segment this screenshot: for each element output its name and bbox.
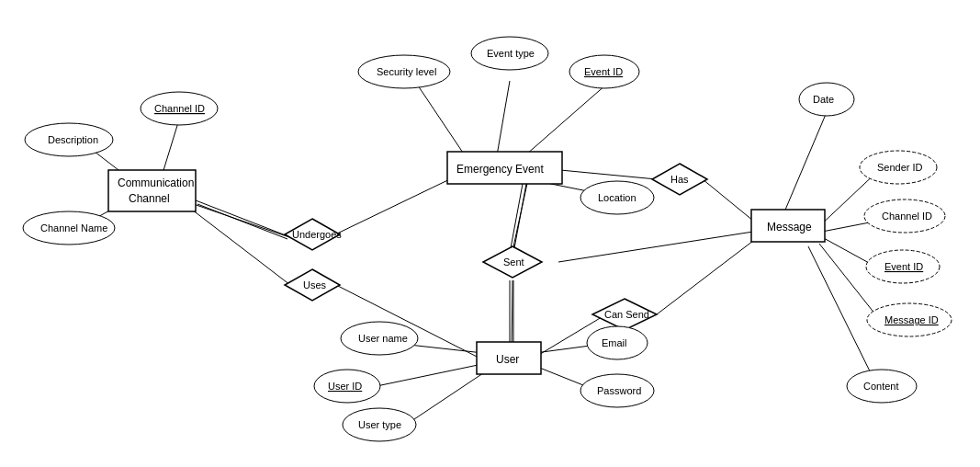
attr-channel-name-label: Channel Name — [40, 222, 107, 234]
attr-description-label: Description — [48, 134, 98, 145]
attr-content-label: Content — [863, 381, 899, 392]
attr-event-id-2-label: Event ID — [884, 261, 923, 272]
attr-message-id-label: Message ID — [884, 314, 939, 325]
svg-line-28 — [657, 241, 753, 314]
attr-security-level-label: Security level — [377, 66, 436, 77]
svg-line-3 — [418, 85, 468, 161]
svg-line-14 — [377, 363, 487, 386]
relationship-has-label: Has — [670, 174, 689, 185]
entity-communication-channel-label2: Channel — [129, 192, 170, 205]
attr-location-label: Location — [598, 192, 636, 203]
svg-line-19 — [335, 175, 459, 234]
attr-user-id-label: User ID — [328, 381, 362, 392]
relationship-can-send-label: Can Send — [604, 309, 649, 320]
relationship-sent-label: Sent — [503, 256, 524, 268]
svg-line-26 — [703, 179, 753, 221]
entity-emergency-event-label: Emergency Event — [456, 163, 544, 176]
attr-event-id-1-label: Event ID — [584, 66, 623, 77]
entity-message-label: Message — [767, 221, 812, 234]
svg-line-15 — [409, 368, 491, 423]
er-diagram: Communication Channel Emergency Event Me… — [0, 0, 980, 467]
attr-email-label: Email — [602, 337, 627, 348]
svg-line-33 — [511, 184, 523, 248]
svg-line-7 — [781, 112, 827, 221]
relationship-uses-label: Uses — [303, 279, 327, 290]
relationship-undergoes-label: Undergoes — [292, 229, 342, 240]
attr-date-label: Date — [813, 94, 834, 105]
svg-line-5 — [519, 85, 606, 161]
svg-line-29 — [196, 200, 286, 235]
svg-line-34 — [514, 184, 526, 248]
entity-communication-channel-label: Communication — [118, 177, 194, 189]
attr-channel-id-1-label: Channel ID — [154, 103, 205, 114]
attr-user-name-label: User name — [358, 333, 408, 344]
svg-line-30 — [197, 204, 287, 239]
svg-line-20 — [188, 207, 290, 285]
entity-user-label: User — [496, 353, 519, 366]
svg-line-25 — [560, 170, 657, 179]
attr-password-label: Password — [597, 385, 641, 396]
attr-channel-id-2-label: Channel ID — [882, 211, 932, 222]
attr-user-type-label: User type — [358, 419, 401, 430]
attr-event-type-label: Event type — [487, 48, 535, 59]
svg-line-11 — [819, 244, 879, 319]
svg-line-24 — [558, 232, 753, 262]
attr-sender-id-label: Sender ID — [877, 162, 923, 173]
diagram-canvas: Communication Channel Emergency Event Me… — [0, 0, 980, 467]
svg-line-4 — [496, 81, 510, 161]
